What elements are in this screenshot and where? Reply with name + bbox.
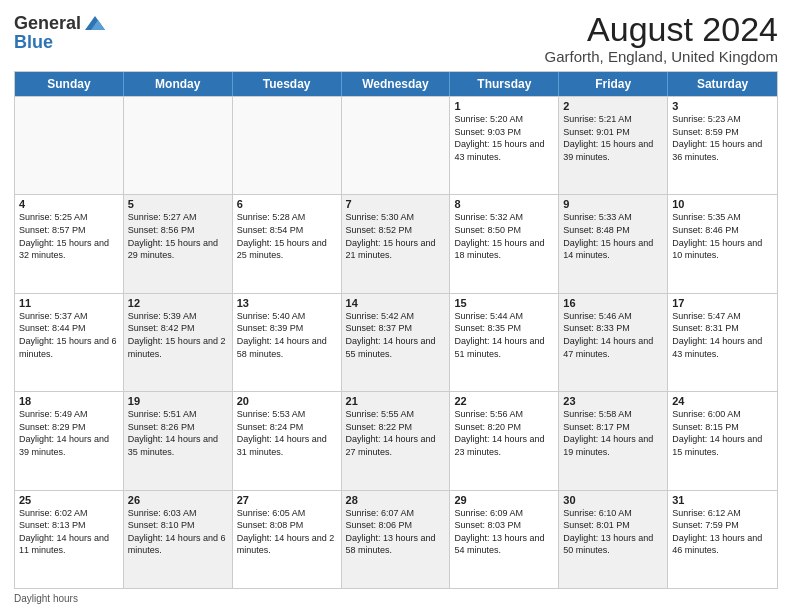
day-number: 1 — [454, 100, 554, 112]
cell-info: Sunrise: 5:44 AM Sunset: 8:35 PM Dayligh… — [454, 310, 554, 360]
day-number: 24 — [672, 395, 773, 407]
day-header-monday: Monday — [124, 72, 233, 96]
day-cell-3: 3Sunrise: 5:23 AM Sunset: 8:59 PM Daylig… — [668, 97, 777, 194]
day-number: 17 — [672, 297, 773, 309]
logo-general-text: General — [14, 13, 81, 34]
cell-info: Sunrise: 5:49 AM Sunset: 8:29 PM Dayligh… — [19, 408, 119, 458]
day-number: 19 — [128, 395, 228, 407]
day-number: 21 — [346, 395, 446, 407]
day-cell-31: 31Sunrise: 6:12 AM Sunset: 7:59 PM Dayli… — [668, 491, 777, 588]
cell-info: Sunrise: 6:00 AM Sunset: 8:15 PM Dayligh… — [672, 408, 773, 458]
cell-info: Sunrise: 5:20 AM Sunset: 9:03 PM Dayligh… — [454, 113, 554, 163]
calendar-header: SundayMondayTuesdayWednesdayThursdayFrid… — [15, 72, 777, 96]
daylight-label: Daylight hours — [14, 593, 78, 604]
day-cell-1: 1Sunrise: 5:20 AM Sunset: 9:03 PM Daylig… — [450, 97, 559, 194]
empty-cell — [342, 97, 451, 194]
calendar-row-0: 1Sunrise: 5:20 AM Sunset: 9:03 PM Daylig… — [15, 96, 777, 194]
day-cell-25: 25Sunrise: 6:02 AM Sunset: 8:13 PM Dayli… — [15, 491, 124, 588]
day-cell-18: 18Sunrise: 5:49 AM Sunset: 8:29 PM Dayli… — [15, 392, 124, 489]
cell-info: Sunrise: 6:03 AM Sunset: 8:10 PM Dayligh… — [128, 507, 228, 557]
day-number: 4 — [19, 198, 119, 210]
cell-info: Sunrise: 5:23 AM Sunset: 8:59 PM Dayligh… — [672, 113, 773, 163]
logo-text: General — [14, 12, 105, 34]
cell-info: Sunrise: 5:53 AM Sunset: 8:24 PM Dayligh… — [237, 408, 337, 458]
day-number: 10 — [672, 198, 773, 210]
day-cell-4: 4Sunrise: 5:25 AM Sunset: 8:57 PM Daylig… — [15, 195, 124, 292]
location-text: Garforth, England, United Kingdom — [545, 48, 778, 65]
day-number: 18 — [19, 395, 119, 407]
day-cell-9: 9Sunrise: 5:33 AM Sunset: 8:48 PM Daylig… — [559, 195, 668, 292]
cell-info: Sunrise: 5:32 AM Sunset: 8:50 PM Dayligh… — [454, 211, 554, 261]
day-number: 28 — [346, 494, 446, 506]
calendar-row-3: 18Sunrise: 5:49 AM Sunset: 8:29 PM Dayli… — [15, 391, 777, 489]
day-number: 3 — [672, 100, 773, 112]
cell-info: Sunrise: 5:30 AM Sunset: 8:52 PM Dayligh… — [346, 211, 446, 261]
calendar-row-4: 25Sunrise: 6:02 AM Sunset: 8:13 PM Dayli… — [15, 490, 777, 588]
day-cell-7: 7Sunrise: 5:30 AM Sunset: 8:52 PM Daylig… — [342, 195, 451, 292]
cell-info: Sunrise: 5:47 AM Sunset: 8:31 PM Dayligh… — [672, 310, 773, 360]
day-cell-28: 28Sunrise: 6:07 AM Sunset: 8:06 PM Dayli… — [342, 491, 451, 588]
calendar-body: 1Sunrise: 5:20 AM Sunset: 9:03 PM Daylig… — [15, 96, 777, 588]
cell-info: Sunrise: 5:39 AM Sunset: 8:42 PM Dayligh… — [128, 310, 228, 360]
cell-info: Sunrise: 5:37 AM Sunset: 8:44 PM Dayligh… — [19, 310, 119, 360]
day-number: 9 — [563, 198, 663, 210]
day-cell-24: 24Sunrise: 6:00 AM Sunset: 8:15 PM Dayli… — [668, 392, 777, 489]
day-number: 27 — [237, 494, 337, 506]
empty-cell — [15, 97, 124, 194]
day-number: 31 — [672, 494, 773, 506]
cell-info: Sunrise: 5:25 AM Sunset: 8:57 PM Dayligh… — [19, 211, 119, 261]
day-cell-6: 6Sunrise: 5:28 AM Sunset: 8:54 PM Daylig… — [233, 195, 342, 292]
day-header-sunday: Sunday — [15, 72, 124, 96]
day-header-wednesday: Wednesday — [342, 72, 451, 96]
cell-info: Sunrise: 5:56 AM Sunset: 8:20 PM Dayligh… — [454, 408, 554, 458]
empty-cell — [233, 97, 342, 194]
day-cell-10: 10Sunrise: 5:35 AM Sunset: 8:46 PM Dayli… — [668, 195, 777, 292]
day-number: 22 — [454, 395, 554, 407]
day-number: 25 — [19, 494, 119, 506]
calendar-row-2: 11Sunrise: 5:37 AM Sunset: 8:44 PM Dayli… — [15, 293, 777, 391]
day-number: 20 — [237, 395, 337, 407]
cell-info: Sunrise: 5:21 AM Sunset: 9:01 PM Dayligh… — [563, 113, 663, 163]
calendar-row-1: 4Sunrise: 5:25 AM Sunset: 8:57 PM Daylig… — [15, 194, 777, 292]
cell-info: Sunrise: 5:58 AM Sunset: 8:17 PM Dayligh… — [563, 408, 663, 458]
day-cell-19: 19Sunrise: 5:51 AM Sunset: 8:26 PM Dayli… — [124, 392, 233, 489]
cell-info: Sunrise: 5:40 AM Sunset: 8:39 PM Dayligh… — [237, 310, 337, 360]
day-number: 23 — [563, 395, 663, 407]
day-number: 13 — [237, 297, 337, 309]
calendar: SundayMondayTuesdayWednesdayThursdayFrid… — [14, 71, 778, 589]
logo-blue-text: Blue — [14, 32, 53, 53]
day-number: 12 — [128, 297, 228, 309]
cell-info: Sunrise: 6:05 AM Sunset: 8:08 PM Dayligh… — [237, 507, 337, 557]
cell-info: Sunrise: 5:35 AM Sunset: 8:46 PM Dayligh… — [672, 211, 773, 261]
cell-info: Sunrise: 5:55 AM Sunset: 8:22 PM Dayligh… — [346, 408, 446, 458]
day-cell-26: 26Sunrise: 6:03 AM Sunset: 8:10 PM Dayli… — [124, 491, 233, 588]
logo: General Blue — [14, 12, 105, 53]
cell-info: Sunrise: 6:07 AM Sunset: 8:06 PM Dayligh… — [346, 507, 446, 557]
day-number: 16 — [563, 297, 663, 309]
day-cell-12: 12Sunrise: 5:39 AM Sunset: 8:42 PM Dayli… — [124, 294, 233, 391]
day-number: 7 — [346, 198, 446, 210]
cell-info: Sunrise: 6:09 AM Sunset: 8:03 PM Dayligh… — [454, 507, 554, 557]
day-cell-11: 11Sunrise: 5:37 AM Sunset: 8:44 PM Dayli… — [15, 294, 124, 391]
day-header-thursday: Thursday — [450, 72, 559, 96]
day-header-friday: Friday — [559, 72, 668, 96]
day-number: 2 — [563, 100, 663, 112]
day-number: 29 — [454, 494, 554, 506]
day-cell-17: 17Sunrise: 5:47 AM Sunset: 8:31 PM Dayli… — [668, 294, 777, 391]
day-cell-22: 22Sunrise: 5:56 AM Sunset: 8:20 PM Dayli… — [450, 392, 559, 489]
cell-info: Sunrise: 5:46 AM Sunset: 8:33 PM Dayligh… — [563, 310, 663, 360]
day-cell-27: 27Sunrise: 6:05 AM Sunset: 8:08 PM Dayli… — [233, 491, 342, 588]
day-number: 6 — [237, 198, 337, 210]
day-number: 11 — [19, 297, 119, 309]
day-cell-5: 5Sunrise: 5:27 AM Sunset: 8:56 PM Daylig… — [124, 195, 233, 292]
cell-info: Sunrise: 6:12 AM Sunset: 7:59 PM Dayligh… — [672, 507, 773, 557]
day-header-tuesday: Tuesday — [233, 72, 342, 96]
cell-info: Sunrise: 5:42 AM Sunset: 8:37 PM Dayligh… — [346, 310, 446, 360]
day-cell-16: 16Sunrise: 5:46 AM Sunset: 8:33 PM Dayli… — [559, 294, 668, 391]
footer: Daylight hours — [14, 593, 778, 604]
cell-info: Sunrise: 6:10 AM Sunset: 8:01 PM Dayligh… — [563, 507, 663, 557]
day-number: 26 — [128, 494, 228, 506]
cell-info: Sunrise: 6:02 AM Sunset: 8:13 PM Dayligh… — [19, 507, 119, 557]
page: General Blue August 2024 Garforth, Engla… — [0, 0, 792, 612]
day-cell-30: 30Sunrise: 6:10 AM Sunset: 8:01 PM Dayli… — [559, 491, 668, 588]
